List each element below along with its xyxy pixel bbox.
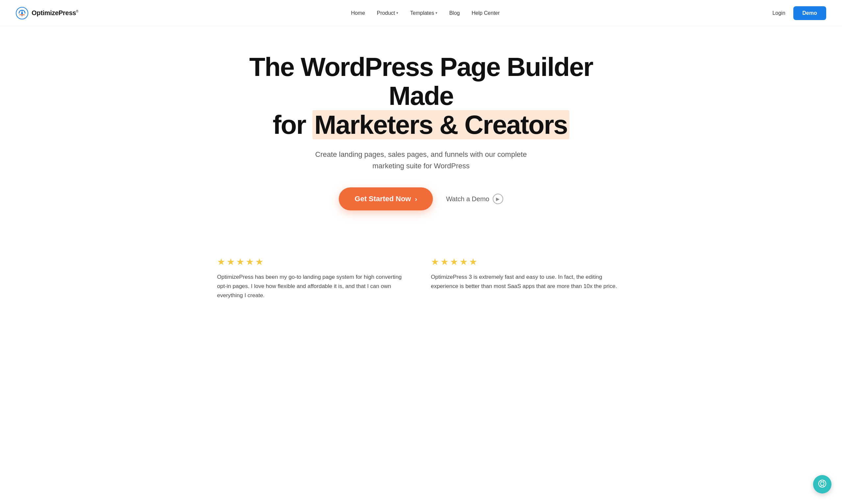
chevron-down-icon: ▾ <box>396 11 398 15</box>
review-text-2: OptimizePress 3 is extremely fast and ea… <box>431 273 625 291</box>
star-icon: ★ <box>460 256 468 267</box>
star-icon: ★ <box>217 256 225 267</box>
star-icon: ★ <box>469 256 477 267</box>
chevron-down-icon: ▾ <box>435 11 437 15</box>
nav-item-product[interactable]: Product ▾ <box>377 10 398 16</box>
navbar: OptimizePress® Home Product ▾ Templates … <box>0 0 842 26</box>
hero-highlight: Marketers & Creators <box>312 110 569 139</box>
review-card-1: ★ ★ ★ ★ ★ OptimizePress has been my go-t… <box>217 256 411 300</box>
hero-title: The WordPress Page Builder Made for Mark… <box>239 53 603 139</box>
star-icon: ★ <box>246 256 254 267</box>
logo-icon <box>16 7 28 19</box>
logo-text: OptimizePress® <box>32 9 78 17</box>
cta-row: Get Started Now › Watch a Demo ▶ <box>239 187 603 211</box>
arrow-icon: › <box>415 195 417 203</box>
nav-item-templates[interactable]: Templates ▾ <box>410 10 437 16</box>
play-icon: ▶ <box>493 194 503 204</box>
reviews-section: ★ ★ ★ ★ ★ OptimizePress has been my go-t… <box>191 256 651 313</box>
hero-section: The WordPress Page Builder Made for Mark… <box>223 26 619 256</box>
star-icon: ★ <box>236 256 244 267</box>
nav-item-help-center[interactable]: Help Center <box>472 10 500 16</box>
watch-demo-button[interactable]: Watch a Demo ▶ <box>446 194 503 204</box>
nav-links: Home Product ▾ Templates ▾ Blog Help Cen… <box>351 10 500 16</box>
review-card-2: ★ ★ ★ ★ ★ OptimizePress 3 is extremely f… <box>431 256 625 300</box>
login-link[interactable]: Login <box>772 10 785 16</box>
star-icon: ★ <box>227 256 235 267</box>
svg-point-1 <box>21 12 23 14</box>
get-started-button[interactable]: Get Started Now › <box>339 187 433 211</box>
hero-subtitle: Create landing pages, sales pages, and f… <box>303 149 539 172</box>
star-icon: ★ <box>431 256 439 267</box>
star-icon: ★ <box>255 256 264 267</box>
star-rating-2: ★ ★ ★ ★ ★ <box>431 256 625 267</box>
watch-demo-label: Watch a Demo <box>446 195 489 203</box>
get-started-label: Get Started Now <box>355 195 411 203</box>
logo-link[interactable]: OptimizePress® <box>16 7 78 19</box>
review-text-1: OptimizePress has been my go-to landing … <box>217 273 411 300</box>
nav-right: Login Demo <box>772 6 826 20</box>
nav-item-blog[interactable]: Blog <box>449 10 460 16</box>
star-icon: ★ <box>441 256 449 267</box>
star-rating-1: ★ ★ ★ ★ ★ <box>217 256 411 267</box>
demo-button[interactable]: Demo <box>793 6 826 20</box>
star-icon: ★ <box>450 256 458 267</box>
nav-item-home[interactable]: Home <box>351 10 365 16</box>
